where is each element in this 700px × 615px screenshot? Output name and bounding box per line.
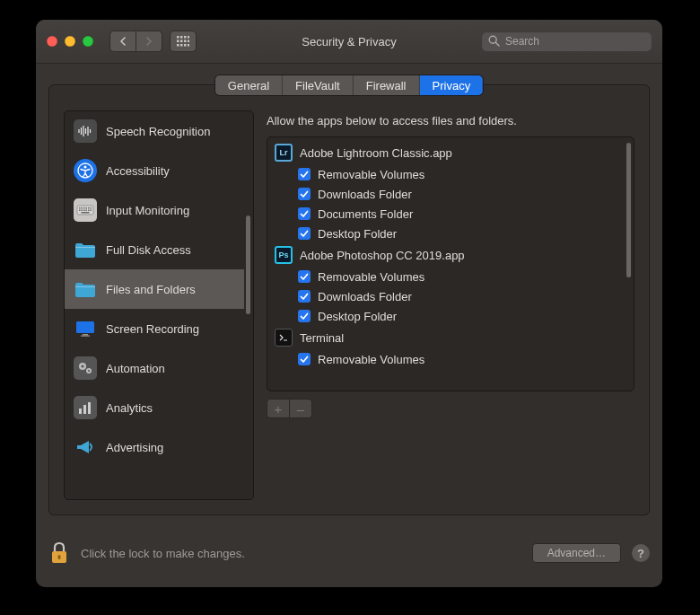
photoshop-icon: Ps xyxy=(275,246,293,264)
tab-filevault[interactable]: FileVault xyxy=(283,75,354,95)
svg-rect-32 xyxy=(86,210,88,212)
sidebar-item-analytics[interactable]: Analytics xyxy=(65,388,244,427)
permission-label: Desktop Folder xyxy=(318,227,397,241)
sidebar-item-files-and-folders[interactable]: Files and Folders xyxy=(65,269,244,309)
tab-privacy[interactable]: Privacy xyxy=(420,75,484,95)
sidebar-item-label: Files and Folders xyxy=(106,283,196,296)
permission-checkbox[interactable] xyxy=(298,290,311,303)
permission-row: Removable Volumes xyxy=(273,267,625,286)
permission-row: Removable Volumes xyxy=(273,164,625,184)
advanced-button-label: Advanced… xyxy=(547,547,606,559)
chevron-right-icon xyxy=(145,37,153,46)
nav-buttons xyxy=(109,31,197,52)
permission-checkbox[interactable] xyxy=(298,168,311,180)
svg-rect-36 xyxy=(75,247,95,248)
permission-row: Documents Folder xyxy=(273,204,625,224)
svg-rect-7 xyxy=(188,40,189,43)
svg-rect-6 xyxy=(184,40,187,43)
app-list-scroll[interactable]: Lr Adobe Lightroom Classic.app Removable… xyxy=(267,137,625,391)
permission-checkbox[interactable] xyxy=(298,188,311,200)
forward-button[interactable] xyxy=(136,31,162,52)
permission-row: Removable Volumes xyxy=(273,349,625,369)
add-app-button[interactable]: + xyxy=(267,399,290,418)
svg-rect-30 xyxy=(82,210,83,212)
sidebar-item-automation[interactable]: Automation xyxy=(65,348,244,388)
help-icon: ? xyxy=(637,547,644,560)
sidebar-item-label: Accessibility xyxy=(106,164,170,178)
lock-icon[interactable] xyxy=(48,540,70,566)
preferences-window: Security & Privacy General FileVault Fir… xyxy=(36,20,662,587)
permission-row: Downloads Folder xyxy=(273,286,625,306)
lock-area: Click the lock to make changes. xyxy=(48,540,245,566)
sidebar-item-label: Automation xyxy=(106,362,165,375)
app-row[interactable]: Lr Adobe Lightroom Classic.app xyxy=(273,141,625,164)
svg-rect-28 xyxy=(91,207,92,209)
show-all-button[interactable] xyxy=(170,31,197,52)
tab-firewall[interactable]: Firewall xyxy=(354,75,420,95)
svg-rect-31 xyxy=(83,210,85,212)
svg-point-42 xyxy=(82,365,84,368)
remove-app-button[interactable]: – xyxy=(290,399,312,418)
permission-checkbox[interactable] xyxy=(298,207,311,220)
sidebar-item-input-monitoring[interactable]: Input Monitoring xyxy=(65,190,244,230)
search-icon xyxy=(488,35,500,47)
back-button[interactable] xyxy=(109,31,136,52)
minus-icon: – xyxy=(297,402,304,416)
applist-scrollbar-thumb[interactable] xyxy=(626,143,631,277)
svg-rect-1 xyxy=(180,36,183,39)
permission-label: Removable Volumes xyxy=(318,168,424,181)
sidebar-scroll[interactable]: Speech Recognition Accessibility Input M… xyxy=(65,111,244,499)
tab-label: General xyxy=(228,79,269,92)
app-name: Adobe Lightroom Classic.app xyxy=(300,146,452,160)
traffic-lights xyxy=(47,36,93,47)
svg-rect-38 xyxy=(76,321,94,333)
app-row[interactable]: Terminal xyxy=(273,326,625,349)
folder-icon xyxy=(74,277,97,301)
tab-label: FileVault xyxy=(295,79,340,92)
svg-rect-35 xyxy=(82,212,90,214)
sidebar-item-screen-recording[interactable]: Screen Recording xyxy=(65,309,244,348)
chart-icon xyxy=(74,396,97,419)
chevron-left-icon xyxy=(119,37,127,46)
svg-rect-5 xyxy=(180,40,183,43)
app-name: Terminal xyxy=(300,331,344,345)
accessibility-icon xyxy=(74,159,97,182)
sidebar-item-full-disk-access[interactable]: Full Disk Access xyxy=(65,230,244,269)
help-button[interactable]: ? xyxy=(632,544,650,562)
svg-point-21 xyxy=(83,165,86,168)
search-input[interactable] xyxy=(482,31,652,51)
sidebar-item-label: Full Disk Access xyxy=(106,243,191,257)
permission-checkbox[interactable] xyxy=(298,310,311,322)
permission-checkbox[interactable] xyxy=(298,227,311,240)
permission-label: Downloads Folder xyxy=(318,188,412,201)
search-wrap xyxy=(482,31,652,51)
permission-checkbox[interactable] xyxy=(298,270,311,283)
sidebar-item-label: Input Monitoring xyxy=(106,204,189,217)
advanced-button[interactable]: Advanced… xyxy=(532,543,621,563)
sidebar-scrollbar-thumb[interactable] xyxy=(246,215,250,314)
zoom-window-button[interactable] xyxy=(83,36,93,47)
svg-rect-2 xyxy=(184,36,187,39)
permission-label: Removable Volumes xyxy=(318,353,424,366)
permission-label: Documents Folder xyxy=(318,207,413,221)
plus-icon: + xyxy=(275,402,283,416)
files-folders-panel: Allow the apps below to access files and… xyxy=(267,110,634,500)
sidebar-item-label: Advertising xyxy=(106,441,163,454)
svg-rect-46 xyxy=(83,405,86,414)
tab-general[interactable]: General xyxy=(215,75,283,95)
app-row[interactable]: Ps Adobe Photoshop CC 2019.app xyxy=(273,243,625,267)
permission-row: Desktop Folder xyxy=(273,224,625,243)
app-name: Adobe Photoshop CC 2019.app xyxy=(300,249,465,262)
sidebar-item-speech-recognition[interactable]: Speech Recognition xyxy=(65,111,244,151)
minimize-window-button[interactable] xyxy=(65,36,75,47)
svg-point-44 xyxy=(88,370,90,372)
permission-checkbox[interactable] xyxy=(298,353,311,365)
app-permission-list: Lr Adobe Lightroom Classic.app Removable… xyxy=(267,136,634,391)
tab-bar: General FileVault Firewall Privacy xyxy=(215,75,483,95)
permission-row: Downloads Folder xyxy=(273,184,625,204)
sidebar-item-advertising[interactable]: Advertising xyxy=(65,427,244,467)
close-window-button[interactable] xyxy=(47,36,57,47)
svg-rect-40 xyxy=(81,336,90,337)
sidebar-item-accessibility[interactable]: Accessibility xyxy=(65,151,244,190)
permission-label: Desktop Folder xyxy=(318,310,397,323)
